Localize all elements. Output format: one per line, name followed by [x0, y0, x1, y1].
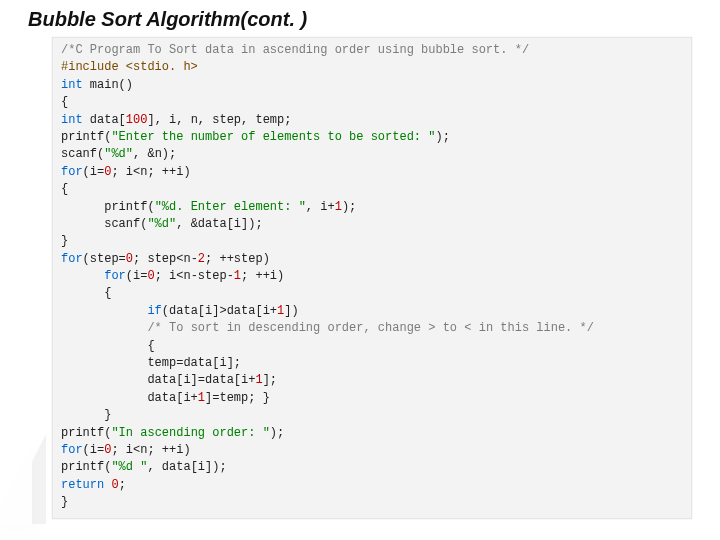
code-line: data[i]=data[i+1];	[61, 372, 683, 389]
code-token: data[i]=data[i+	[61, 373, 255, 387]
code-token: , &data[i]);	[176, 217, 262, 231]
code-token: "%d "	[111, 460, 147, 474]
code-token: ], i, n, step, temp;	[147, 113, 291, 127]
code-line: printf("%d. Enter element: ", i+1);	[61, 199, 683, 216]
code-token: ]=temp; }	[205, 391, 270, 405]
code-line: for(step=0; step<n-2; ++step)	[61, 251, 683, 268]
code-token: ; i<n-step-	[155, 269, 234, 283]
slide: Bubble Sort Algorithm(cont. ) /*C Progra…	[0, 0, 720, 540]
code-block: /*C Program To Sort data in ascending or…	[52, 37, 692, 519]
code-token: );	[342, 200, 356, 214]
code-token: printf(	[61, 426, 111, 440]
slide-title: Bubble Sort Algorithm(cont. )	[28, 8, 720, 31]
code-token: }	[61, 495, 68, 509]
code-token: for	[61, 165, 83, 179]
code-token: temp=data[i];	[61, 356, 241, 370]
code-token: (i=	[83, 443, 105, 457]
code-token: ; step<n-	[133, 252, 198, 266]
code-line: #include <stdio. h>	[61, 59, 683, 76]
code-token: 1	[335, 200, 342, 214]
code-token: int	[61, 78, 90, 92]
code-token: ; i<n; ++i)	[111, 443, 190, 457]
code-line: }	[61, 494, 683, 511]
code-token: {	[61, 339, 155, 353]
code-token: printf(	[61, 130, 111, 144]
code-line: /* To sort in descending order, change >…	[61, 320, 683, 337]
code-token: (data[i]>data[i+	[162, 304, 277, 318]
code-token: printf(	[61, 200, 155, 214]
code-token: 0	[147, 269, 154, 283]
code-token: 100	[126, 113, 148, 127]
code-line: }	[61, 407, 683, 424]
code-line: if(data[i]>data[i+1])	[61, 303, 683, 320]
code-line: scanf("%d", &n);	[61, 146, 683, 163]
code-line: printf("%d ", data[i]);	[61, 459, 683, 476]
code-line: for(i=0; i<n; ++i)	[61, 164, 683, 181]
code-token: 0	[111, 478, 118, 492]
code-line: return 0;	[61, 477, 683, 494]
code-token	[61, 269, 104, 283]
code-token: "Enter the number of elements to be sort…	[111, 130, 435, 144]
code-token: #include <stdio. h>	[61, 60, 198, 74]
code-line: temp=data[i];	[61, 355, 683, 372]
code-token: 0	[126, 252, 133, 266]
code-token: /* To sort in descending order, change >…	[147, 321, 593, 335]
code-token: data[i+	[61, 391, 198, 405]
decorative-triangle-overlay-icon	[0, 458, 32, 524]
code-token: }	[61, 234, 68, 248]
code-token: for	[61, 252, 83, 266]
code-line: {	[61, 94, 683, 111]
code-token	[61, 321, 147, 335]
code-token: (step=	[83, 252, 126, 266]
code-token: for	[61, 443, 83, 457]
code-token: /*C Program To Sort data in ascending or…	[61, 43, 529, 57]
code-token: ;	[119, 478, 126, 492]
code-token: "%d"	[147, 217, 176, 231]
code-token: 1	[198, 391, 205, 405]
code-token: 1	[234, 269, 241, 283]
code-token: );	[270, 426, 284, 440]
code-token: ; ++step)	[205, 252, 270, 266]
code-line: {	[61, 338, 683, 355]
code-line: printf("Enter the number of elements to …	[61, 129, 683, 146]
code-token: {	[61, 95, 68, 109]
code-line: int data[100], i, n, step, temp;	[61, 112, 683, 129]
code-token: for	[104, 269, 126, 283]
code-line: int main()	[61, 77, 683, 94]
code-line: for(i=0; i<n; ++i)	[61, 442, 683, 459]
code-token: }	[61, 408, 111, 422]
code-token: 2	[198, 252, 205, 266]
code-line: data[i+1]=temp; }	[61, 390, 683, 407]
code-line: {	[61, 181, 683, 198]
code-token: int	[61, 113, 90, 127]
code-line: {	[61, 285, 683, 302]
code-line: scanf("%d", &data[i]);	[61, 216, 683, 233]
code-token: if	[147, 304, 161, 318]
code-line: for(i=0; i<n-step-1; ++i)	[61, 268, 683, 285]
code-token: );	[435, 130, 449, 144]
code-token: , data[i]);	[147, 460, 226, 474]
code-line: printf("In ascending order: ");	[61, 425, 683, 442]
code-token: return	[61, 478, 111, 492]
code-token: {	[61, 286, 111, 300]
code-token: ; ++i)	[241, 269, 284, 283]
code-token: main()	[90, 78, 133, 92]
code-token: printf(	[61, 460, 111, 474]
code-token: ; i<n; ++i)	[111, 165, 190, 179]
code-token: {	[61, 182, 68, 196]
code-token: ])	[284, 304, 298, 318]
code-token: ];	[263, 373, 277, 387]
code-token: "%d"	[104, 147, 133, 161]
code-token: 1	[255, 373, 262, 387]
code-token: data[	[90, 113, 126, 127]
code-token: "In ascending order: "	[111, 426, 269, 440]
code-token	[61, 304, 147, 318]
code-token: , i+	[306, 200, 335, 214]
code-token: "%d. Enter element: "	[155, 200, 306, 214]
code-token: scanf(	[61, 147, 104, 161]
code-line: }	[61, 233, 683, 250]
code-token: (i=	[126, 269, 148, 283]
code-token: (i=	[83, 165, 105, 179]
code-token: , &n);	[133, 147, 176, 161]
code-token: scanf(	[61, 217, 147, 231]
